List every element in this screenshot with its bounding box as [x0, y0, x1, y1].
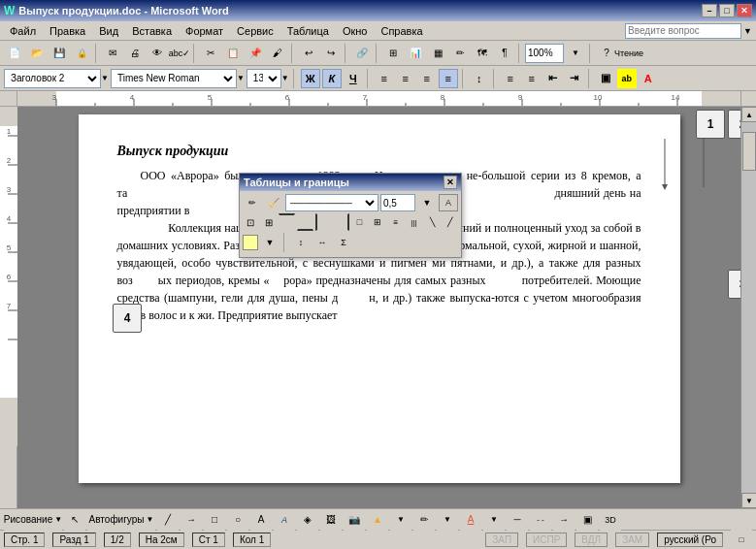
- maximize-button[interactable]: □: [719, 4, 735, 17]
- diag-up-button[interactable]: ╱: [442, 213, 458, 231]
- search-arrow-icon[interactable]: ▼: [743, 26, 752, 36]
- line-width-dropdown[interactable]: ▼: [417, 194, 437, 211]
- bottom-border-button[interactable]: [297, 213, 313, 231]
- title-bar-buttons[interactable]: – □ ✕: [702, 4, 752, 17]
- email-button[interactable]: ✉: [102, 43, 123, 64]
- numbered-list-button[interactable]: ≡: [501, 69, 520, 88]
- textbox-tool[interactable]: A: [250, 509, 272, 531]
- permission-button[interactable]: 🔒: [71, 43, 92, 64]
- inner-border-button[interactable]: ⊞: [261, 213, 278, 231]
- select-objects-button[interactable]: ↖: [64, 509, 85, 531]
- line-spacing-button[interactable]: ↕: [470, 69, 489, 88]
- wordart-tool[interactable]: A: [274, 509, 295, 531]
- menu-edit[interactable]: Правка: [44, 24, 91, 38]
- menu-view[interactable]: Вид: [93, 24, 124, 38]
- line-width-input[interactable]: [380, 194, 415, 211]
- help-search-input[interactable]: [625, 23, 741, 39]
- distribute-cols-button[interactable]: ↔: [312, 234, 332, 251]
- save-button[interactable]: 💾: [49, 43, 70, 64]
- diagram-tool[interactable]: ◈: [297, 509, 318, 531]
- vertical-scrollbar[interactable]: ▲ ▼: [740, 107, 756, 508]
- line-color-dropdown[interactable]: ▼: [437, 509, 458, 531]
- no-border-button[interactable]: □: [351, 213, 368, 231]
- font-dropdown[interactable]: Times New Roman: [111, 69, 237, 88]
- diag-down-button[interactable]: ╲: [424, 213, 441, 231]
- menu-help[interactable]: Справка: [375, 24, 428, 38]
- bold-button[interactable]: Ж: [301, 69, 320, 88]
- dialog-title-bar[interactable]: Таблицы и границы ✕: [240, 174, 461, 191]
- line-tool[interactable]: ╱: [157, 509, 179, 531]
- font-size-dropdown[interactable]: 13: [247, 69, 281, 88]
- menu-format[interactable]: Формат: [180, 24, 229, 38]
- arrow-tool[interactable]: →: [181, 509, 202, 531]
- drawing-dropdown-arrow[interactable]: ▼: [54, 515, 62, 524]
- scroll-down-button[interactable]: ▼: [741, 493, 756, 508]
- font-color-tool2[interactable]: A: [460, 509, 481, 531]
- document-scroll-area[interactable]: 1 2 Выпуск продукции: [17, 107, 740, 508]
- menu-file[interactable]: Файл: [4, 24, 42, 38]
- shading-color-button[interactable]: [243, 235, 258, 250]
- eraser-button[interactable]: 🧹: [264, 194, 283, 211]
- minimize-button[interactable]: –: [702, 4, 717, 17]
- close-button[interactable]: ✕: [737, 4, 752, 17]
- decrease-indent-button[interactable]: ⇤: [543, 69, 563, 88]
- all-borders-button[interactable]: ⊞: [370, 213, 386, 231]
- top-border-button[interactable]: [279, 213, 295, 231]
- border-button[interactable]: ▣: [596, 69, 615, 88]
- copy-button[interactable]: 📋: [222, 43, 244, 64]
- paste-button[interactable]: 📌: [245, 43, 266, 64]
- size-dropdown-arrow[interactable]: ▼: [281, 74, 289, 82]
- oval-tool[interactable]: ○: [227, 509, 248, 531]
- rect-tool[interactable]: □: [204, 509, 225, 531]
- drawing-menu-button[interactable]: Рисование ▼: [4, 509, 62, 531]
- draw-table-button[interactable]: ✏: [243, 194, 262, 211]
- table-auto-sum-button[interactable]: Σ: [334, 234, 353, 251]
- drawing-button[interactable]: ✏: [449, 43, 471, 64]
- insert-picture-tool[interactable]: 📷: [344, 509, 365, 531]
- left-border-button[interactable]: [315, 213, 332, 231]
- increase-indent-button[interactable]: ⇥: [565, 69, 584, 88]
- layout-view-button[interactable]: □: [731, 530, 752, 550]
- showhide-button[interactable]: ¶: [494, 43, 515, 64]
- style-dropdown[interactable]: Заголовок 2: [4, 69, 101, 88]
- align-justify-button[interactable]: ≡: [439, 69, 458, 88]
- dash-style-tool[interactable]: - -: [530, 509, 551, 531]
- autoshapes-dropdown-arrow[interactable]: ▼: [146, 515, 153, 524]
- scroll-thumb[interactable]: [742, 132, 756, 171]
- style-dropdown-arrow[interactable]: ▼: [101, 74, 109, 82]
- menu-table[interactable]: Таблица: [281, 24, 335, 38]
- scroll-up-button[interactable]: ▲: [741, 107, 756, 122]
- scroll-track[interactable]: [741, 122, 756, 493]
- outer-border-button[interactable]: ⊡: [243, 213, 259, 231]
- font-color-dropdown[interactable]: ▼: [483, 509, 505, 531]
- zoom-control[interactable]: 100%: [525, 44, 564, 63]
- font-color-button[interactable]: A: [639, 69, 658, 88]
- highlight-button[interactable]: ab: [617, 69, 637, 88]
- right-border-button[interactable]: [333, 213, 349, 231]
- inside-v-border-button[interactable]: |||: [406, 213, 422, 231]
- reading-button[interactable]: Чтение: [618, 43, 640, 64]
- line-style-select[interactable]: ─────────: [285, 194, 378, 211]
- shadow-tool[interactable]: ▣: [576, 509, 598, 531]
- format-painter-button[interactable]: 🖌: [267, 43, 288, 64]
- undo-button[interactable]: ↩: [298, 43, 319, 64]
- distribute-rows-button[interactable]: ↕: [291, 234, 311, 251]
- menu-tools[interactable]: Сервис: [231, 24, 279, 38]
- hyperlink-button[interactable]: 🔗: [351, 43, 373, 64]
- bullet-list-button[interactable]: ≡: [522, 69, 542, 88]
- docmap-button[interactable]: 🗺: [472, 43, 493, 64]
- align-right-button[interactable]: ≡: [417, 69, 437, 88]
- shading-dropdown[interactable]: ▼: [260, 234, 279, 251]
- align-center-button[interactable]: ≡: [396, 69, 415, 88]
- table-button[interactable]: ⊞: [382, 43, 404, 64]
- menu-insert[interactable]: Вставка: [126, 24, 178, 38]
- fill-color-dropdown[interactable]: ▼: [390, 509, 411, 531]
- inside-h-border-button[interactable]: ≡: [388, 213, 405, 231]
- zoom-dropdown[interactable]: ▼: [565, 43, 586, 64]
- preview-button[interactable]: 👁: [147, 43, 168, 64]
- line-style-tool[interactable]: ─: [507, 509, 528, 531]
- new-button[interactable]: 📄: [4, 43, 25, 64]
- columns-button[interactable]: ▦: [427, 43, 448, 64]
- insert-excel-button[interactable]: 📊: [405, 43, 426, 64]
- underline-button[interactable]: Ч: [344, 69, 363, 88]
